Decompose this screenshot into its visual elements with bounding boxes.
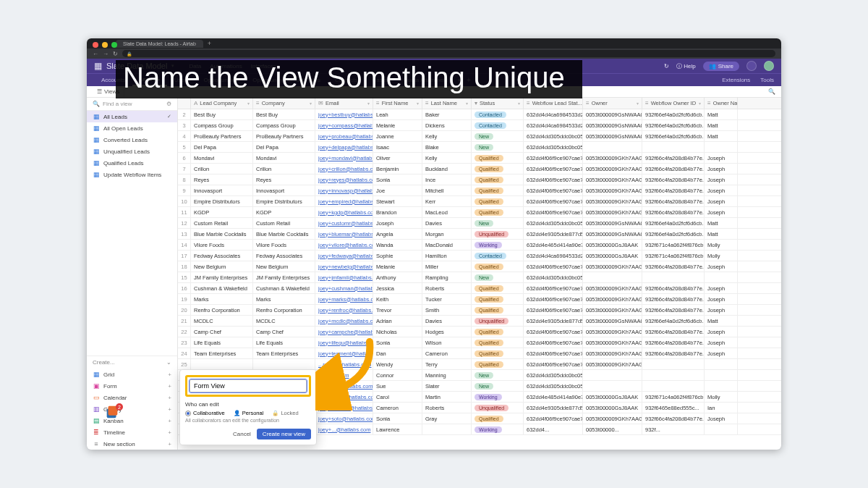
- collaborative-option[interactable]: Collaborative: [185, 410, 225, 416]
- table-cell[interactable]: JM Family Enterprises: [253, 272, 315, 282]
- table-cell[interactable]: Joseph: [705, 174, 738, 185]
- table-cell[interactable]: JM Family Enterprises: [191, 272, 253, 282]
- notifications-icon[interactable]: [746, 61, 757, 71]
- table-cell[interactable]: Kelly: [422, 131, 472, 141]
- table-cell[interactable]: Renfro Corporation: [253, 305, 315, 315]
- table-cell[interactable]: joey+bestbuy@hatlabs.co...: [315, 109, 373, 119]
- sidebar-view-item[interactable]: ▦All Leads✓: [87, 111, 177, 122]
- table-cell[interactable]: Benjamin: [373, 164, 422, 174]
- table-cell[interactable]: Camp Chef: [253, 327, 315, 337]
- table-cell[interactable]: 0053t000009GKh7AAG: [583, 153, 642, 163]
- table-row[interactable]: 7CrillonCrillonjoey+crillon@hatlabs.comB…: [178, 164, 781, 174]
- table-cell[interactable]: Leah: [373, 109, 422, 119]
- table-cell[interactable]: Camp Chef: [191, 327, 253, 337]
- cancel-button[interactable]: Cancel: [233, 431, 251, 437]
- table-cell[interactable]: joey+compass@hatlabs.c...: [315, 120, 373, 130]
- table-cell[interactable]: KGDP: [253, 207, 315, 217]
- table-cell[interactable]: Qualified: [472, 337, 524, 348]
- table-cell[interactable]: 25: [178, 359, 191, 369]
- table-row[interactable]: 4ProBeauty PartnersProBeauty Partnersjoe…: [178, 131, 781, 142]
- table-cell[interactable]: Adrian: [373, 316, 422, 326]
- table-cell[interactable]: Crillon: [253, 164, 315, 174]
- table-cell[interactable]: Matt: [705, 131, 738, 141]
- table-cell[interactable]: 632dd4e9305dde877d5...: [524, 316, 583, 326]
- sidebar-view-item[interactable]: ▦Update Webflow Items: [87, 169, 177, 180]
- locked-option[interactable]: 🔒 Locked: [272, 410, 298, 416]
- table-cell[interactable]: 19: [178, 294, 191, 304]
- table-cell[interactable]: Hamilton: [422, 251, 472, 261]
- column-header[interactable]: ✉Email▾: [315, 98, 373, 109]
- table-cell[interactable]: Blake: [422, 142, 472, 152]
- table-cell[interactable]: 932f66c4fa208d84b77e...: [642, 305, 705, 315]
- table-cell[interactable]: 0053t000009GKh7AAG: [583, 348, 642, 358]
- table-row[interactable]: 21MCDLCMCDLCjoey+mcdlc@hatlabs.comAdrian…: [178, 316, 781, 327]
- table-cell[interactable]: 0053t000009GsNWAA0: [583, 109, 642, 119]
- table-cell[interactable]: Compass Group: [253, 120, 315, 130]
- table-cell[interactable]: 10: [178, 196, 191, 206]
- table-cell[interactable]: Qualified: [472, 261, 524, 272]
- table-cell[interactable]: Del Papa: [253, 142, 315, 152]
- avatar[interactable]: [764, 61, 774, 71]
- table-cell[interactable]: joey+cushman@hatlabs...: [315, 283, 373, 293]
- table-cell[interactable]: joey+mcdlc@hatlabs.com: [315, 316, 373, 326]
- table-cell[interactable]: 632dd4f06f9ce907cae78...: [524, 164, 583, 174]
- table-cell[interactable]: Baker: [422, 109, 472, 119]
- table-cell[interactable]: 932f66c4fa208d84b77e...: [642, 196, 705, 206]
- table-cell[interactable]: [705, 359, 738, 369]
- table-cell[interactable]: 932f66c4fa208d84b77e...: [642, 337, 705, 348]
- table-cell[interactable]: 0053t000009GKh7AAG: [583, 294, 642, 304]
- table-cell[interactable]: Joseph: [705, 413, 738, 424]
- create-view-type-item[interactable]: ▦Grid+: [87, 369, 177, 380]
- table-cell[interactable]: Working: [472, 392, 524, 402]
- table-cell[interactable]: 632dd4...: [524, 424, 583, 434]
- table-cell[interactable]: Anthony: [373, 272, 422, 282]
- table-cell[interactable]: Brandon: [373, 207, 422, 217]
- table-cell[interactable]: Fedway Associates: [253, 251, 315, 261]
- table-cell[interactable]: 932f66c4fa208d84b77e...: [642, 413, 705, 424]
- table-cell[interactable]: Mitchell: [422, 185, 472, 195]
- table-cell[interactable]: 632dd4d4ca6984533d2d...: [524, 120, 583, 130]
- table-cell[interactable]: Angela: [373, 229, 422, 239]
- table-cell[interactable]: 932f66c4fa208d84b77e...: [642, 153, 705, 163]
- table-cell[interactable]: Hodges: [422, 327, 472, 337]
- table-cell[interactable]: 932f66ef4a0d2fcf6d6cb...: [642, 120, 705, 130]
- back-icon[interactable]: ←: [93, 51, 98, 57]
- table-cell[interactable]: Sue: [373, 381, 422, 391]
- table-cell[interactable]: 0053t000009GKh7AAG: [583, 359, 642, 369]
- column-header[interactable]: ≡Owner▾: [583, 98, 642, 109]
- table-cell[interactable]: 632dd4f06f9ce907cae78...: [524, 305, 583, 315]
- table-cell[interactable]: Joseph: [705, 294, 738, 304]
- table-cell[interactable]: Qualified: [472, 185, 524, 195]
- table-cell[interactable]: 632dd4f06f9ce907cae78...: [524, 327, 583, 337]
- table-row[interactable]: 24Team EnterprisesTeam Enterprisesjoey+t…: [178, 348, 781, 359]
- table-cell[interactable]: Contacted: [472, 251, 524, 261]
- sidebar-view-item[interactable]: ▦Converted Leads: [87, 134, 177, 146]
- table-cell[interactable]: [642, 381, 705, 391]
- help-link[interactable]: ⓘ Help: [676, 62, 696, 70]
- create-view-type-item[interactable]: ▥Gallery+: [87, 403, 177, 415]
- table-cell[interactable]: 5: [178, 142, 191, 152]
- table-cell[interactable]: Melanie: [373, 120, 422, 130]
- table-cell[interactable]: 0053t00000GsJ8AAK: [583, 251, 642, 261]
- table-cell[interactable]: Working: [472, 424, 524, 434]
- table-cell[interactable]: Joseph: [373, 218, 422, 228]
- sidebar-view-item[interactable]: ▦Unqualified Leads: [87, 146, 177, 157]
- table-cell[interactable]: 21: [178, 316, 191, 326]
- table-cell[interactable]: Contacted: [472, 109, 524, 119]
- table-cell[interactable]: Wilson: [422, 337, 472, 348]
- table-cell[interactable]: Martin: [422, 392, 472, 402]
- table-cell[interactable]: 932f66c4fa208d84b77e...: [642, 327, 705, 337]
- table-cell[interactable]: 23: [178, 337, 191, 348]
- table-cell[interactable]: Cameron: [373, 403, 422, 413]
- table-cell[interactable]: [191, 359, 253, 369]
- table-row[interactable]: 16Cushman & WakefieldCushman & Wakefield…: [178, 283, 781, 294]
- forward-icon[interactable]: →: [103, 51, 109, 57]
- table-cell[interactable]: Joseph: [705, 348, 738, 358]
- table-row[interactable]: 20Renfro CorporationRenfro Corporationjo…: [178, 305, 781, 316]
- table-row[interactable]: 2Best BuyBest Buyjoey+bestbuy@hatlabs.co…: [178, 109, 781, 120]
- table-cell[interactable]: 632dd4d4ca6984533d2d...: [524, 251, 583, 261]
- table-cell[interactable]: 0053t00000GsJ8AAK: [583, 240, 642, 250]
- table-cell[interactable]: 932f66c4fa208d84b77e...: [642, 164, 705, 174]
- table-cell[interactable]: 932f671c4a062f4f876cb...: [642, 240, 705, 250]
- table-cell[interactable]: Joseph: [705, 327, 738, 337]
